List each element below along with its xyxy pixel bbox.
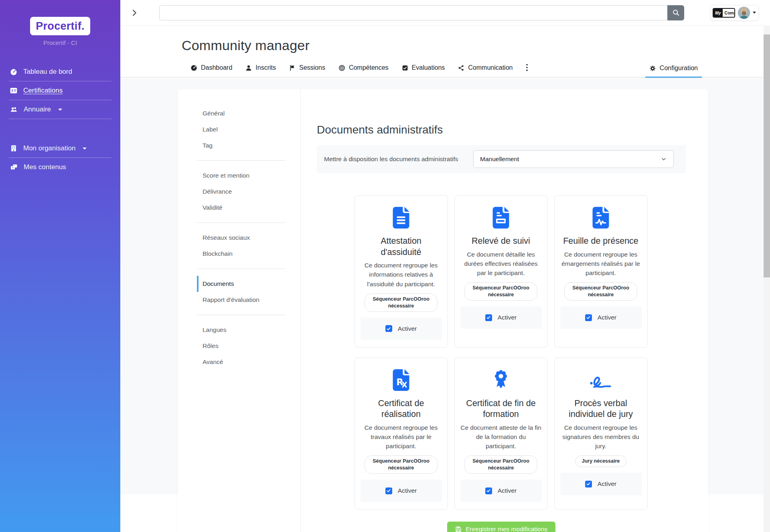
brand-logo: Procertif. <box>30 17 90 35</box>
activate-row: Activer <box>460 479 542 502</box>
activer-label: Activer <box>598 480 616 487</box>
flag-icon <box>289 65 296 71</box>
subnav-item-documents[interactable]: Documents <box>197 276 300 292</box>
check-square-icon <box>402 65 408 71</box>
document-card-certificat-fin-formation: Certificat de fin de formation Ce docume… <box>454 358 548 510</box>
activer-checkbox[interactable] <box>585 314 592 321</box>
check-icon <box>386 488 391 493</box>
document-cards-grid: Attestation d'assiduité Ce document regr… <box>355 195 648 510</box>
sidebar-item-annuaire[interactable]: Annuaire <box>0 100 120 119</box>
sidebar-collapse-toggle[interactable] <box>129 8 140 18</box>
tab-dashboard[interactable]: Dashboard <box>190 64 232 77</box>
document-card-certificat-de-realisation: R Certificat de réalisation Ce document … <box>355 358 448 510</box>
activer-checkbox[interactable] <box>385 325 392 332</box>
user-icon <box>245 65 252 71</box>
main-area: My Company Community manager Dashb <box>120 0 764 532</box>
activate-row: Activer <box>560 473 642 495</box>
gauge-icon <box>190 65 197 71</box>
subnav-item-label[interactable]: Label <box>197 121 300 138</box>
chevron-down-icon <box>661 156 667 162</box>
file-waveform-icon <box>592 206 610 229</box>
tab-configuration[interactable]: Configuration <box>645 65 702 78</box>
subnav-item-tag[interactable]: Tag <box>197 138 300 154</box>
search-group <box>159 5 684 20</box>
sidebar-item-mon-organisation[interactable]: Mon organisation <box>0 139 120 158</box>
caret-down-icon <box>753 12 756 14</box>
activer-label: Activer <box>398 487 417 494</box>
tachometer-icon <box>10 68 18 76</box>
document-title: Relevé de suivi <box>472 236 530 247</box>
check-icon <box>586 481 591 486</box>
page-body: Général Label Tag Score et mention Déliv… <box>120 77 764 494</box>
tab-competences[interactable]: Compétences <box>338 64 389 77</box>
availability-row: Mettre à disposition les documents admin… <box>317 145 686 173</box>
check-icon <box>586 315 591 320</box>
search-button[interactable] <box>667 5 684 20</box>
document-description: Ce document regroupe les émargements réa… <box>560 250 642 278</box>
file-lines-icon <box>392 206 410 229</box>
scrollbar-track[interactable] <box>764 26 770 532</box>
sidebar-divider <box>9 119 111 119</box>
documents-content: Documents administratifs Mettre à dispos… <box>301 89 708 532</box>
subnav-item-avance[interactable]: Avancé <box>197 354 300 370</box>
activate-row: Activer <box>361 479 442 502</box>
availability-select[interactable]: Manuellement <box>473 150 674 168</box>
activer-checkbox[interactable] <box>485 487 492 494</box>
document-description: Ce document regroupe les travaux réalisé… <box>361 423 442 451</box>
award-icon <box>492 369 510 391</box>
subnav-item-general[interactable]: Général <box>197 105 300 121</box>
requirement-badge: Jury nécessaire <box>575 455 627 467</box>
sidebar-item-tableau-de-bord[interactable]: Tableau de bord <box>0 63 120 81</box>
subnav-item-roles[interactable]: Rôles <box>197 338 300 354</box>
sidebar-nav: Tableau de bord Certifications Annuaire <box>0 63 120 176</box>
activer-checkbox[interactable] <box>485 314 492 321</box>
bullseye-icon <box>338 65 345 71</box>
subnav-item-delivrance[interactable]: Délivrance <box>197 184 300 200</box>
subnav-divider <box>197 160 285 161</box>
activer-label: Activer <box>598 314 616 321</box>
brand-name: Procertif. <box>36 20 85 32</box>
requirement-badge: Séquenceur ParcOOroo nécessaire <box>464 282 537 301</box>
sidebar: Procertif. Procertif - CI Tableau de bor… <box>0 0 120 532</box>
subnav-item-score-et-mention[interactable]: Score et mention <box>197 168 300 184</box>
tab-evaluations[interactable]: Evaluations <box>402 64 445 77</box>
activer-label: Activer <box>398 325 417 332</box>
check-icon <box>386 326 391 331</box>
subnav-item-validite[interactable]: Validité <box>197 200 300 216</box>
company-logo: My Company <box>713 8 735 18</box>
id-card-icon <box>10 87 18 95</box>
account-menu[interactable]: My Company <box>710 5 759 21</box>
tab-sessions[interactable]: Sessions <box>289 64 325 77</box>
photo-video-icon <box>10 163 18 171</box>
gear-icon <box>649 65 656 72</box>
document-title: Certificat de réalisation <box>361 398 442 420</box>
tab-communication[interactable]: Communication <box>458 64 513 77</box>
requirement-badge: Séquenceur ParcOOroo nécessaire <box>564 282 637 301</box>
sidebar-item-mes-contenus[interactable]: Mes contenus <box>0 158 120 176</box>
document-title: Procès verbal individuel de jury <box>560 398 642 420</box>
search-input[interactable] <box>159 5 667 20</box>
caret-down-icon <box>58 109 62 111</box>
tab-more-menu[interactable] <box>526 64 528 77</box>
building-icon <box>10 144 18 152</box>
scrollbar-thumb[interactable] <box>764 34 770 277</box>
check-icon <box>486 488 491 493</box>
save-icon <box>455 526 462 532</box>
document-description: Ce document détaille les durées effectiv… <box>460 250 542 278</box>
activate-row: Activer <box>460 306 542 329</box>
requirement-badge: Séquenceur ParcOOroo nécessaire <box>464 455 537 474</box>
activer-label: Activer <box>498 314 517 321</box>
save-button[interactable]: Enregistrer mes modifications <box>447 522 555 532</box>
activer-checkbox[interactable] <box>585 481 592 487</box>
subnav-item-blockchain[interactable]: Blockchain <box>197 246 300 262</box>
sidebar-item-certifications[interactable]: Certifications <box>0 81 120 100</box>
subnav-item-langues[interactable]: Langues <box>197 322 300 338</box>
activer-checkbox[interactable] <box>385 487 392 494</box>
subnav-item-rapport-devaluation[interactable]: Rapport d'évaluation <box>197 292 300 308</box>
user-photo-avatar <box>739 10 749 19</box>
tab-inscrits[interactable]: Inscrits <box>245 64 276 77</box>
requirement-badge: Séquenceur ParcOOroo nécessaire <box>365 455 438 474</box>
caret-down-icon <box>83 148 87 150</box>
subnav-item-reseaux-sociaux[interactable]: Réseaux sociaux <box>197 230 300 246</box>
document-title: Feuille de présence <box>563 236 638 247</box>
